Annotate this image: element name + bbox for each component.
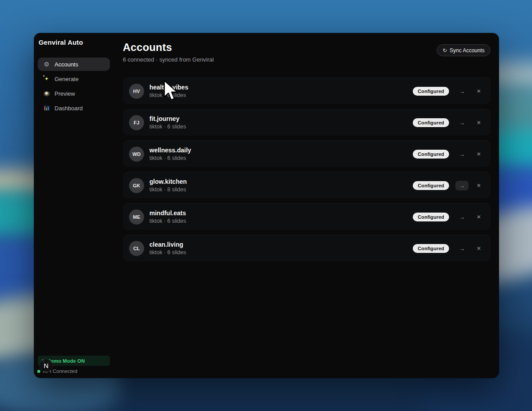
keystroke-overlay: N (39, 359, 53, 372)
account-meta: tiktok · 6 slides (149, 249, 413, 256)
account-meta: tiktok · 6 slides (149, 155, 413, 161)
avatar: FJ (129, 115, 144, 130)
account-name: mindful.eats (149, 209, 413, 217)
page-subtitle: 6 connected · synced from Genviral (123, 56, 491, 63)
sidebar-nav: ⚙ Accounts ✦✦ Generate Preview Dashboard (38, 58, 119, 115)
arrow-right-icon[interactable]: → (455, 149, 469, 159)
arrow-right-icon[interactable]: → (455, 244, 469, 253)
status-badge: Configured (413, 118, 449, 127)
app-window: Genviral Auto ⚙ Accounts ✦✦ Generate Pre… (34, 33, 499, 378)
account-meta: tiktok · 6 slides (149, 218, 413, 224)
avatar: HV (129, 84, 144, 99)
close-icon[interactable]: ✕ (475, 150, 483, 158)
account-meta: tiktok · 6 slides (149, 124, 413, 130)
sidebar-item-accounts[interactable]: ⚙ Accounts (38, 58, 110, 71)
status-badge: Configured (413, 244, 449, 253)
accounts-list: HV healthy.vibes tiktok · 6 slides Confi… (123, 78, 491, 261)
app-title: Genviral Auto (38, 39, 119, 46)
arrow-right-icon[interactable]: → (455, 212, 469, 222)
arrow-right-icon[interactable]: → (455, 118, 469, 128)
close-icon[interactable]: ✕ (475, 119, 483, 127)
sidebar: Genviral Auto ⚙ Accounts ✦✦ Generate Pre… (34, 33, 123, 378)
mouse-cursor-icon (163, 80, 178, 101)
sidebar-item-label: Preview (55, 90, 75, 97)
avatar: ME (129, 209, 144, 225)
gear-icon: ⚙ (43, 61, 50, 67)
sidebar-item-label: Generate (55, 76, 78, 82)
sparkles-icon: ✦✦ (43, 76, 50, 81)
sync-accounts-label: Sync Accounts (450, 47, 485, 54)
sidebar-item-preview[interactable]: Preview (38, 87, 110, 100)
main-content: Accounts 6 connected · synced from Genvi… (123, 33, 499, 378)
sidebar-item-dashboard[interactable]: Dashboard (38, 101, 110, 115)
refresh-icon: ↻ (442, 47, 447, 54)
account-name: fit.journey (149, 115, 413, 122)
page-header: Accounts 6 connected · synced from Genvi… (123, 41, 491, 70)
account-row[interactable]: CL clean.living tiktok · 6 slides Config… (123, 235, 491, 261)
account-row[interactable]: FJ fit.journey tiktok · 6 slides Configu… (123, 109, 491, 136)
account-meta: tiktok · 6 slides (149, 92, 413, 98)
status-badge: Configured (413, 213, 449, 221)
status-badge: Configured (413, 150, 449, 159)
account-row[interactable]: GK glow.kitchen tiktok · 8 slides Config… (123, 172, 491, 198)
sidebar-item-label: Accounts (55, 61, 78, 68)
avatar: WD (129, 147, 144, 162)
account-row[interactable]: ME mindful.eats tiktok · 6 slides Config… (123, 203, 491, 230)
account-meta: tiktok · 8 slides (149, 186, 413, 193)
avatar: GK (129, 178, 144, 193)
sidebar-item-label: Dashboard (55, 105, 83, 112)
account-name: glow.kitchen (149, 178, 413, 185)
sidebar-item-generate[interactable]: ✦✦ Generate (38, 72, 110, 85)
arrow-right-icon[interactable]: → (455, 86, 469, 96)
status-badge: Configured (413, 87, 449, 96)
api-status-dot-icon (37, 370, 40, 373)
account-row[interactable]: WD wellness.daily tiktok · 6 slides Conf… (123, 140, 491, 167)
account-name: healthy.vibes (149, 84, 413, 91)
status-badge: Configured (413, 181, 449, 190)
avatar: CL (129, 241, 144, 256)
desktop-wallpaper: Genviral Auto ⚙ Accounts ✦✦ Generate Pre… (0, 0, 532, 411)
sync-accounts-button[interactable]: ↻ Sync Accounts (437, 44, 490, 56)
arrow-right-icon[interactable]: → (455, 181, 469, 190)
account-name: wellness.daily (149, 147, 413, 154)
demo-mode-label: Demo Mode ON (47, 358, 85, 364)
bar-chart-icon (43, 105, 50, 111)
page-title: Accounts (123, 41, 491, 54)
close-icon[interactable]: ✕ (475, 213, 483, 221)
close-icon[interactable]: ✕ (475, 87, 483, 95)
close-icon[interactable]: ✕ (475, 182, 483, 190)
eye-icon (43, 91, 50, 96)
close-icon[interactable]: ✕ (475, 244, 483, 252)
account-name: clean.living (149, 241, 413, 248)
